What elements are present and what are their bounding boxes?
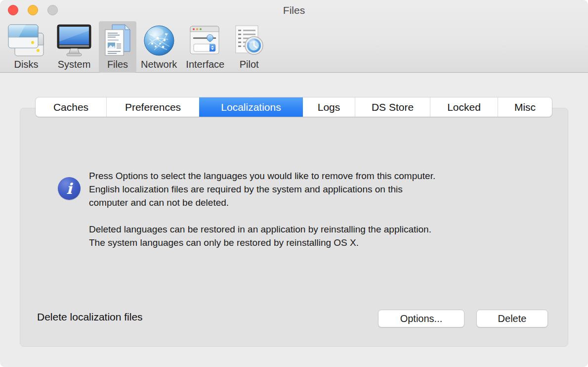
tab-logs[interactable]: Logs (303, 97, 355, 117)
info-paragraph-1: Press Options to select the languages yo… (89, 169, 435, 209)
toolbar-item-files[interactable]: Files (99, 21, 136, 73)
toolbar-label-files: Files (107, 59, 128, 70)
info-line: The system languages can only be restore… (89, 236, 431, 249)
toolbar-label-interface: Interface (186, 59, 224, 70)
toolbar-item-system[interactable]: System (49, 21, 99, 73)
info-line: English localization files are required … (89, 183, 435, 196)
info-line: computer and can not be deleted. (89, 196, 435, 209)
toolbar-item-interface[interactable]: Interface (181, 21, 229, 73)
tab-bar: Caches Preferences Localizations Logs DS… (36, 97, 552, 117)
options-button[interactable]: Options... (378, 310, 464, 327)
toolbar-label-pilot: Pilot (240, 59, 259, 70)
files-icon (103, 23, 132, 58)
app-window: Files (0, 0, 588, 367)
tab-misc[interactable]: Misc (498, 97, 552, 117)
tab-preferences[interactable]: Preferences (106, 97, 199, 117)
toolbar-item-pilot[interactable]: Pilot (229, 21, 269, 73)
toolbar-item-network[interactable]: Network (136, 21, 181, 73)
tab-locked[interactable]: Locked (430, 97, 498, 117)
info-paragraph-2: Deleted languages can be restored in an … (89, 223, 431, 249)
info-line: Press Options to select the languages yo… (89, 169, 435, 183)
delete-button[interactable]: Delete (476, 310, 548, 327)
interface-icon (189, 23, 221, 58)
info-icon: i (58, 177, 81, 200)
tab-localizations[interactable]: Localizations (199, 97, 303, 117)
disks-icon (7, 23, 45, 58)
network-icon (142, 23, 176, 58)
window-title: Files (0, 4, 588, 16)
system-icon (54, 23, 94, 58)
toolbar-label-disks: Disks (14, 59, 39, 70)
toolbar: Disks (3, 21, 269, 73)
toolbar-label-network: Network (141, 59, 177, 70)
toolbar-item-disks[interactable]: Disks (3, 21, 49, 73)
delete-localization-files-label: Delete localization files (37, 311, 143, 323)
tab-ds-store[interactable]: DS Store (355, 97, 430, 117)
info-line: Deleted languages can be restored in an … (89, 223, 431, 236)
toolbar-label-system: System (58, 59, 91, 70)
pilot-icon (233, 23, 265, 58)
tab-caches[interactable]: Caches (36, 97, 106, 117)
window-chrome: Files (0, 0, 588, 73)
